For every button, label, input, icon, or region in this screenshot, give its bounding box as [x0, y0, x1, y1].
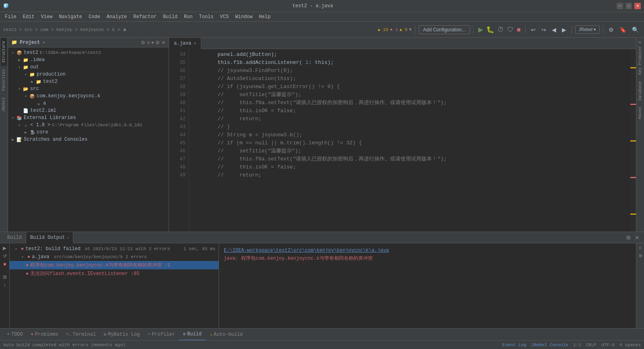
window-controls: ─ □ ✕	[617, 3, 641, 9]
tree-arrow-package: ▾	[23, 93, 29, 99]
vtab-favorites[interactable]: Favorites	[1, 66, 7, 94]
menu-item-code[interactable]: Code	[85, 13, 103, 21]
add-configuration-button[interactable]: Add Configuration...	[419, 25, 470, 34]
menu-item-navigate[interactable]: Navigate	[56, 13, 85, 21]
tree-item-production[interactable]: ▾ 📁 production	[8, 71, 169, 78]
bot-tab-problems[interactable]: ● Problems	[27, 328, 62, 341]
menu-item-edit[interactable]: Edit	[20, 13, 38, 21]
bot-tab-mybatis[interactable]: ⊞ MyBatis Log	[100, 328, 144, 341]
menu-item-run[interactable]: Run	[181, 13, 196, 21]
tree-item-package[interactable]: ▾ 📦 com.kenjoy.kenjoycnc.k	[8, 92, 169, 100]
project-panel-close[interactable]: ✕	[161, 40, 165, 45]
tree-item-ext-libs[interactable]: ▾ 📚 External Libraries	[8, 114, 169, 121]
jrebel-console-link[interactable]: JRebel Console	[531, 343, 568, 347]
jrebel-button[interactable]: JRebel ▾	[575, 25, 600, 34]
bot-tab-terminal[interactable]: >_ Terminal	[62, 328, 100, 341]
menu-item-vcs[interactable]: VCS	[217, 13, 232, 21]
menu-item-tools[interactable]: Tools	[196, 13, 217, 21]
module-icon: 📦	[16, 49, 23, 56]
next-button[interactable]: ▶	[560, 25, 568, 34]
menu-item-view[interactable]: View	[38, 13, 56, 21]
tree-item-src[interactable]: ▾ 📂 src	[8, 85, 169, 92]
code-content[interactable]: panel.add(jButton); this.f1b.addActionLi…	[189, 49, 630, 232]
build-tab-output[interactable]: Build Output ✕	[26, 232, 73, 243]
bookmark-button[interactable]: 🔖	[617, 25, 628, 34]
build-output-link[interactable]: E:\IDEA-workspace\test2\src\com\kenjoy\k…	[224, 248, 389, 253]
tab-close-a-java[interactable]: ✕	[194, 41, 196, 46]
encoding[interactable]: UTF-8	[601, 343, 615, 347]
menu-item-file[interactable]: File	[2, 13, 20, 21]
tree-item-test2[interactable]: ▾ 📦 test2 E:\IDEA-workspace\test2	[8, 49, 169, 56]
build-expand-btn[interactable]: ⊞	[638, 253, 643, 259]
bot-tab-profiler[interactable]: ≈ Profiler	[144, 328, 179, 341]
vtab-jrebel[interactable]: JRebel	[1, 94, 7, 115]
project-action-gear[interactable]: ⚙	[141, 40, 145, 45]
debug-button[interactable]: 🐛	[485, 25, 495, 34]
close-button[interactable]: ✕	[634, 3, 641, 9]
iml-icon: 📄	[23, 107, 29, 114]
menu-item-help[interactable]: Help	[256, 13, 274, 21]
profile-button[interactable]: ⏱	[496, 25, 505, 34]
project-action-settings[interactable]: ⚙	[155, 40, 160, 45]
vtab-database[interactable]: Database	[637, 78, 643, 104]
project-action-sort[interactable]: ≡	[147, 40, 150, 45]
tree-item-iml[interactable]: ▶ 📄 test2.iml	[8, 107, 169, 114]
bot-tab-autobuild[interactable]: ⚠ Auto-build	[206, 328, 247, 341]
coverage-button[interactable]: 🛡	[506, 25, 515, 34]
run-button[interactable]: ▶	[477, 25, 484, 34]
menu-item-analyze[interactable]: Analyze	[103, 13, 130, 21]
bot-tab-todo[interactable]: ≡ TODO	[3, 328, 27, 341]
code-line-34: panel.add(jButton);	[192, 51, 627, 59]
menu-item-window[interactable]: Window	[232, 13, 256, 21]
build-tabs-row: Build Build Output ✕ ⚙ ✕	[0, 232, 644, 243]
vtab-maven[interactable]: Maven	[637, 104, 643, 122]
build-close-button[interactable]: ✕	[634, 234, 641, 242]
indent[interactable]: 4 spaces	[619, 343, 641, 347]
project-action-filter[interactable]: ▾	[151, 40, 154, 45]
build-rerun-button[interactable]: ↺	[2, 253, 7, 259]
vtab-key-promoter[interactable]: Key Promoter X	[637, 38, 643, 78]
tree-item-out[interactable]: ▾ 📁 out	[8, 64, 169, 71]
src-folder-icon: 📂	[23, 86, 29, 92]
build-run-button[interactable]: ▶	[2, 245, 7, 251]
main-area: Structure Favorites JRebel 📁 Project ▾ ⚙…	[0, 38, 644, 232]
build-item-error-1[interactable]: ● 程序包com.kenjoy.kenjoycnc.k与带有相同名称的类冲突 :…	[10, 261, 219, 269]
search-everywhere-button[interactable]: 🔍	[630, 25, 641, 34]
build-tab-build[interactable]: Build	[3, 232, 26, 243]
tree-item-jdk[interactable]: ▾ ☕ < 1.8 > C:\Program Files\Java\jdk1.8…	[8, 121, 169, 129]
error-marker-2	[630, 177, 636, 178]
back-button[interactable]: ◀	[550, 25, 558, 34]
build-item-error-2[interactable]: ● 无法访问flash.events.IEventListener :85	[10, 269, 219, 278]
build-item-test2[interactable]: ▾ ● test2: build failed At 2021/6/23 12:…	[10, 245, 219, 253]
event-log-link[interactable]: Event Log	[502, 343, 526, 347]
build-settings-button[interactable]: ⚙	[625, 234, 632, 242]
editor-tab-a-java[interactable]: a.java ✕	[169, 38, 201, 49]
package-icon: 📦	[29, 93, 35, 99]
build-sort-button[interactable]: ↕	[3, 282, 6, 288]
titlebar-left: 🧊	[3, 3, 9, 8]
minimize-button[interactable]: ─	[617, 3, 623, 9]
stop-button[interactable]: ■	[516, 25, 522, 34]
bot-tab-build[interactable]: ⚙ Build	[179, 328, 206, 341]
build-stop-button[interactable]: ■	[3, 261, 6, 267]
tree-item-a-java[interactable]: ▶ ☕ a	[8, 100, 169, 107]
line-ending[interactable]: CRLF	[586, 343, 597, 347]
forward-button[interactable]: ↪	[539, 25, 548, 34]
build-output-tab-close[interactable]: ✕	[66, 235, 69, 240]
tree-item-scratches[interactable]: ▶ 📝 Scratches and Consoles	[8, 136, 169, 143]
tree-item-core[interactable]: ▶ 🗜 core	[8, 129, 169, 136]
menu-item-build[interactable]: Build	[160, 13, 181, 21]
settings-button[interactable]: ⚙	[607, 25, 616, 34]
todo-icon: ≡	[7, 332, 10, 337]
build-filter-button[interactable]: ⊞	[2, 274, 7, 280]
menu-item-refactor[interactable]: Refactor	[130, 13, 160, 21]
build-collapse-btn[interactable]: ≡	[638, 245, 643, 251]
tree-item-test2-prod[interactable]: ▶ 📁 test2	[8, 78, 169, 85]
revert-button[interactable]: ↩	[529, 25, 538, 34]
tree-item-idea[interactable]: ▶ 📁 .idea	[8, 56, 169, 64]
build-item-ajava[interactable]: ▾ ● a.java src/com/kenjoy/kenjoycnc/k 2 …	[10, 253, 219, 261]
tree-arrow-production: ▾	[23, 71, 29, 78]
cursor-position[interactable]: 1:1	[573, 343, 581, 347]
maximize-button[interactable]: □	[625, 3, 632, 9]
vtab-structure[interactable]: Structure	[1, 38, 7, 66]
